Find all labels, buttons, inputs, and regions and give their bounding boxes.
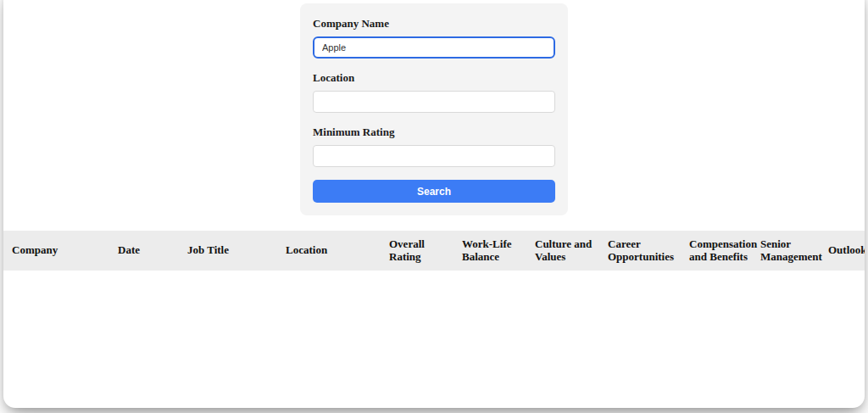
location-input[interactable] [313, 91, 555, 113]
location-field-group: Location [313, 71, 555, 113]
search-button[interactable]: Search [313, 180, 555, 203]
company-name-input[interactable] [313, 36, 555, 59]
column-header-outlook: Outlook [820, 231, 865, 271]
browser-window: Company Name Location Minimum Rating Sea… [3, 0, 865, 408]
column-header-overall-rating: Overall Rating [381, 231, 453, 271]
results-table-header: Company Date Job Title Location Overall … [3, 231, 865, 271]
company-name-field-group: Company Name [313, 17, 555, 59]
column-header-work-life-balance: Work-Life Balance [453, 231, 526, 271]
company-name-label: Company Name [313, 17, 555, 31]
header-row: Company Date Job Title Location Overall … [3, 231, 865, 271]
column-header-culture-and-values: Culture and Values [526, 231, 599, 271]
minimum-rating-input[interactable] [313, 145, 555, 167]
column-header-senior-management: Senior Management [752, 231, 820, 271]
location-label: Location [313, 71, 555, 85]
column-header-date: Date [109, 231, 179, 271]
column-header-location: Location [277, 231, 381, 271]
column-header-career-opportunities: Career Opportunities [599, 231, 681, 271]
search-form-card: Company Name Location Minimum Rating Sea… [300, 3, 568, 215]
column-header-compensation-and-benefits: Compensation and Benefits [681, 231, 752, 271]
results-table: Company Date Job Title Location Overall … [3, 231, 865, 271]
column-header-job-title: Job Title [179, 231, 277, 271]
minimum-rating-label: Minimum Rating [313, 126, 555, 139]
column-header-company: Company [3, 231, 109, 271]
minimum-rating-field-group: Minimum Rating [313, 126, 555, 167]
